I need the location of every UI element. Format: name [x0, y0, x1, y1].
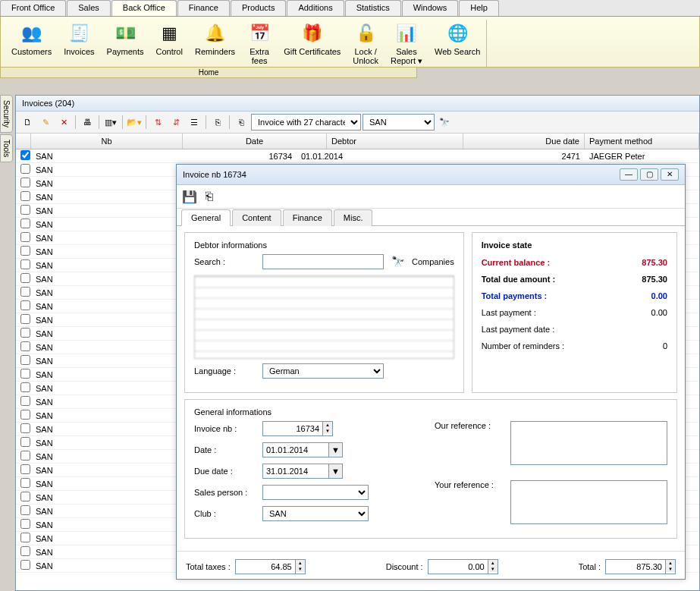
menu-tab-front-office[interactable]: Front Office [0, 0, 66, 16]
col-debtor[interactable]: Debtor [327, 134, 463, 149]
row-checkbox[interactable] [20, 205, 30, 215]
row-checkbox[interactable] [20, 191, 30, 201]
minimize-button[interactable]: — [620, 168, 638, 181]
row-checkbox[interactable] [20, 464, 30, 474]
edit-icon[interactable]: ✎ [37, 114, 54, 130]
ribbon-sales[interactable]: 📊SalesReport ▾ [385, 20, 428, 67]
our-reference-input[interactable] [510, 421, 667, 465]
tab-misc[interactable]: Misc. [334, 209, 373, 226]
row-checkbox[interactable] [20, 369, 30, 379]
menu-tab-statistics[interactable]: Statistics [345, 0, 401, 16]
row-checkbox[interactable] [20, 341, 30, 351]
spin-up-icon[interactable]: ▲ [323, 422, 332, 428]
ribbon-payments[interactable]: 💵Payments [101, 20, 150, 67]
ribbon-extra[interactable]: 📅Extrafees [241, 20, 278, 67]
search-input[interactable] [262, 254, 384, 269]
close-button[interactable]: ✕ [661, 168, 679, 181]
import-icon[interactable]: ⎗ [233, 114, 250, 130]
sort1-icon[interactable]: ⇅ [149, 114, 166, 130]
date-dropdown-icon[interactable]: ▼ [329, 442, 343, 457]
menu-tab-additions[interactable]: Additions [287, 0, 344, 16]
menu-tab-products[interactable]: Products [231, 0, 286, 16]
menu-tab-back-office[interactable]: Back Office [111, 0, 177, 16]
row-checkbox[interactable] [20, 560, 30, 570]
ribbon-control[interactable]: ▦Control [149, 20, 188, 67]
row-checkbox[interactable] [20, 232, 30, 242]
row-checkbox[interactable] [20, 396, 30, 406]
language-combo[interactable]: German [262, 363, 384, 379]
row-checkbox[interactable] [20, 300, 30, 310]
due-date-input[interactable] [262, 464, 329, 479]
side-tab-security[interactable]: Security [0, 95, 13, 133]
exit-icon[interactable]: ⎗ [201, 188, 218, 205]
your-reference-input[interactable] [510, 480, 667, 524]
row-checkbox[interactable] [20, 355, 30, 365]
ribbon-icon: 🧾 [67, 21, 91, 46]
tab-finance[interactable]: Finance [283, 209, 332, 226]
menu-tab-help[interactable]: Help [459, 0, 499, 16]
row-checkbox[interactable] [20, 492, 30, 501]
delete-icon[interactable]: ✕ [55, 114, 72, 130]
list-icon[interactable]: ☰ [186, 114, 202, 130]
view-icon[interactable]: ▥▾ [102, 114, 119, 130]
row-checkbox[interactable] [20, 164, 30, 174]
row-checkbox[interactable] [20, 150, 30, 160]
ribbon-gift[interactable]: 🎁Gift Certificates [278, 20, 347, 67]
due-dropdown-icon[interactable]: ▼ [329, 464, 343, 479]
row-checkbox[interactable] [20, 519, 30, 529]
row-checkbox[interactable] [20, 546, 30, 556]
invoice-nb-input[interactable] [262, 421, 323, 436]
tab-content[interactable]: Content [232, 209, 281, 226]
filter-combo[interactable]: Invoice with 27 characte [251, 114, 361, 130]
row-checkbox[interactable] [20, 314, 30, 324]
sort2-icon[interactable]: ⇵ [168, 114, 184, 130]
print-icon[interactable]: 🖶 [79, 114, 96, 130]
folder-icon[interactable]: 📂▾ [126, 114, 143, 130]
companies-link[interactable]: Companies [412, 257, 454, 266]
spin-down-icon[interactable]: ▼ [323, 428, 332, 434]
table-row[interactable]: SAN1673401.01.20142471JAEGER Peter [16, 149, 699, 163]
club-combo[interactable]: SAN [262, 506, 369, 521]
ribbon-customers[interactable]: 👥Customers [5, 20, 58, 67]
row-checkbox[interactable] [20, 328, 30, 338]
col-nb[interactable]: Nb [31, 134, 183, 149]
col-date[interactable]: Date [183, 134, 327, 149]
binoculars-icon[interactable]: 🔭 [436, 114, 453, 130]
ribbon-web[interactable]: 🌐Web Search [428, 20, 486, 67]
row-checkbox[interactable] [20, 533, 30, 542]
row-checkbox[interactable] [20, 382, 30, 392]
row-checkbox[interactable] [20, 246, 30, 256]
new-icon[interactable]: 🗋 [19, 114, 36, 130]
maximize-button[interactable]: ▢ [640, 168, 658, 181]
row-checkbox[interactable] [20, 410, 30, 420]
row-checkbox[interactable] [20, 451, 30, 461]
tab-general[interactable]: General [181, 209, 231, 226]
discount-input[interactable] [428, 559, 488, 574]
row-checkbox[interactable] [20, 478, 30, 488]
col-payment[interactable]: Payment method [585, 134, 699, 149]
total-input[interactable] [605, 559, 666, 574]
total-taxes-input[interactable] [235, 559, 296, 574]
row-checkbox[interactable] [20, 178, 30, 187]
sales-person-combo[interactable] [262, 485, 369, 500]
menu-tab-finance[interactable]: Finance [177, 0, 230, 16]
ribbon-lock[interactable]: 🔓Lock /Unlock [347, 20, 385, 67]
menu-tab-windows[interactable]: Windows [402, 0, 459, 16]
row-checkbox[interactable] [20, 218, 30, 228]
binoculars-icon[interactable]: 🔭 [391, 256, 404, 268]
ribbon-invoices[interactable]: 🧾Invoices [58, 20, 100, 67]
row-checkbox[interactable] [20, 437, 30, 447]
side-tab-tools[interactable]: Tools [0, 134, 13, 162]
row-checkbox[interactable] [20, 259, 30, 269]
row-checkbox[interactable] [20, 273, 30, 283]
row-checkbox[interactable] [20, 505, 30, 515]
menu-tab-sales[interactable]: Sales [67, 0, 111, 16]
row-checkbox[interactable] [20, 287, 30, 297]
ribbon-reminders[interactable]: 🔔Reminders [189, 20, 241, 67]
col-due[interactable]: Due date [463, 134, 585, 149]
club-combo[interactable]: SAN [363, 114, 435, 130]
row-checkbox[interactable] [20, 423, 30, 433]
save-icon[interactable]: 💾 [181, 188, 198, 205]
export-icon[interactable]: ⎘ [209, 114, 226, 130]
date-input[interactable] [262, 442, 329, 457]
